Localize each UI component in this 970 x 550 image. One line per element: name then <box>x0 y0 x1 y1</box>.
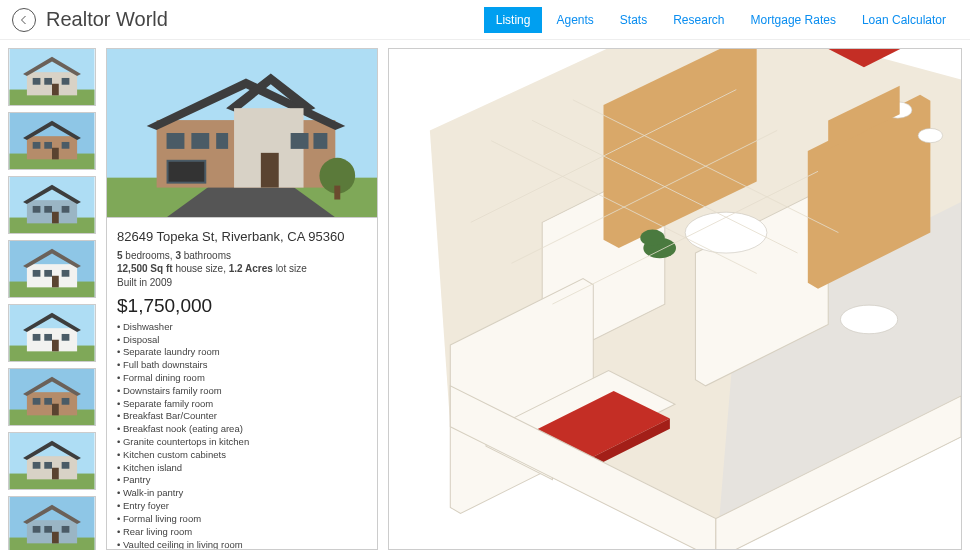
feature-item: Kitchen custom cabinets <box>117 449 367 462</box>
feature-item: Vaulted ceiling in living room <box>117 539 367 551</box>
listing-price: $1,750,000 <box>117 293 367 319</box>
nav-tab-listing[interactable]: Listing <box>484 7 543 33</box>
svg-rect-61 <box>44 526 52 533</box>
nav-tab-stats[interactable]: Stats <box>608 7 659 33</box>
svg-point-95 <box>840 305 897 334</box>
svg-rect-53 <box>44 462 52 469</box>
floorplan-view[interactable] <box>388 48 962 550</box>
feature-item: Walk-in pantry <box>117 487 367 500</box>
svg-rect-76 <box>313 133 327 149</box>
svg-rect-45 <box>44 398 52 405</box>
svg-rect-36 <box>33 334 41 341</box>
feature-item: Dishwasher <box>117 321 367 334</box>
svg-rect-47 <box>52 404 59 416</box>
feature-item: Full bath downstairs <box>117 359 367 372</box>
svg-rect-21 <box>44 206 52 213</box>
svg-rect-38 <box>62 334 70 341</box>
svg-rect-78 <box>169 162 205 182</box>
feature-item: Formal dining room <box>117 372 367 385</box>
nav-tab-loan-calculator[interactable]: Loan Calculator <box>850 7 958 33</box>
listing-thumbnail[interactable] <box>8 112 96 170</box>
listing-size: 12,500 Sq ft house size, 1.2 Acres lot s… <box>117 262 367 276</box>
listing-thumbnail[interactable] <box>8 176 96 234</box>
top-bar: Realtor World ListingAgentsStatsResearch… <box>0 0 970 40</box>
svg-rect-63 <box>52 532 59 544</box>
svg-rect-62 <box>62 526 70 533</box>
bedroom-count: 5 <box>117 250 123 261</box>
svg-rect-29 <box>44 270 52 277</box>
svg-rect-71 <box>261 153 279 188</box>
nav-tab-agents[interactable]: Agents <box>544 7 605 33</box>
app-title: Realtor World <box>46 8 168 31</box>
svg-rect-13 <box>44 142 52 149</box>
arrow-left-icon <box>18 14 30 26</box>
feature-item: Rear living room <box>117 526 367 539</box>
svg-rect-39 <box>52 340 59 352</box>
listing-hero-image[interactable] <box>106 48 378 218</box>
svg-rect-20 <box>33 206 41 213</box>
svg-rect-44 <box>33 398 41 405</box>
listing-thumbnail[interactable] <box>8 432 96 490</box>
svg-rect-14 <box>62 142 70 149</box>
listing-thumbnail[interactable] <box>8 304 96 362</box>
feature-item: Downstairs family room <box>117 385 367 398</box>
svg-rect-28 <box>33 270 41 277</box>
back-button[interactable] <box>12 8 36 32</box>
listing-detail-column: 82649 Topeka St, Riverbank, CA 95360 5 b… <box>106 48 378 550</box>
content-area: 82649 Topeka St, Riverbank, CA 95360 5 b… <box>0 40 970 550</box>
svg-point-97 <box>918 128 943 142</box>
svg-rect-46 <box>62 398 70 405</box>
lot-size: 1.2 Acres <box>229 263 273 274</box>
svg-rect-52 <box>33 462 41 469</box>
thumbnail-column <box>8 48 96 550</box>
listing-built: Built in 2009 <box>117 276 367 290</box>
listing-address: 82649 Topeka St, Riverbank, CA 95360 <box>117 228 367 246</box>
svg-rect-75 <box>291 133 309 149</box>
nav-tab-research[interactable]: Research <box>661 7 736 33</box>
svg-rect-22 <box>62 206 70 213</box>
listing-detail-card: 82649 Topeka St, Riverbank, CA 95360 5 b… <box>106 218 378 550</box>
svg-rect-54 <box>62 462 70 469</box>
feature-item: Disposal <box>117 334 367 347</box>
svg-rect-4 <box>33 78 41 85</box>
listing-thumbnail[interactable] <box>8 48 96 106</box>
feature-item: Formal living room <box>117 513 367 526</box>
svg-rect-15 <box>52 148 59 160</box>
feature-item: Separate laundry room <box>117 346 367 359</box>
svg-rect-37 <box>44 334 52 341</box>
svg-rect-73 <box>191 133 209 149</box>
svg-rect-5 <box>44 78 52 85</box>
svg-rect-7 <box>52 84 59 96</box>
svg-rect-23 <box>52 212 59 224</box>
listing-bed-bath: 5 bedrooms, 3 bathrooms <box>117 249 367 263</box>
listing-thumbnail[interactable] <box>8 496 96 550</box>
nav-tab-mortgage-rates[interactable]: Mortgage Rates <box>739 7 848 33</box>
feature-item: Granite countertops in kitchen <box>117 436 367 449</box>
feature-item: Breakfast nook (eating area) <box>117 423 367 436</box>
feature-list: DishwasherDisposalSeparate laundry roomF… <box>117 321 367 550</box>
svg-rect-31 <box>52 276 59 288</box>
svg-rect-12 <box>33 142 41 149</box>
svg-point-100 <box>640 230 665 246</box>
feature-item: Breakfast Bar/Counter <box>117 410 367 423</box>
feature-item: Entry foyer <box>117 500 367 513</box>
bathroom-count: 3 <box>175 250 181 261</box>
svg-rect-30 <box>62 270 70 277</box>
listing-thumbnail[interactable] <box>8 368 96 426</box>
listing-thumbnail[interactable] <box>8 240 96 298</box>
svg-point-94 <box>685 212 767 253</box>
feature-item: Kitchen island <box>117 462 367 475</box>
feature-item: Pantry <box>117 474 367 487</box>
feature-item: Separate family room <box>117 398 367 411</box>
svg-rect-74 <box>216 133 228 149</box>
svg-rect-80 <box>334 186 340 200</box>
svg-rect-6 <box>62 78 70 85</box>
house-size: 12,500 Sq ft <box>117 263 173 274</box>
svg-rect-60 <box>33 526 41 533</box>
svg-rect-55 <box>52 468 59 480</box>
svg-rect-72 <box>167 133 185 149</box>
nav-tabs: ListingAgentsStatsResearchMortgage Rates… <box>484 7 958 33</box>
